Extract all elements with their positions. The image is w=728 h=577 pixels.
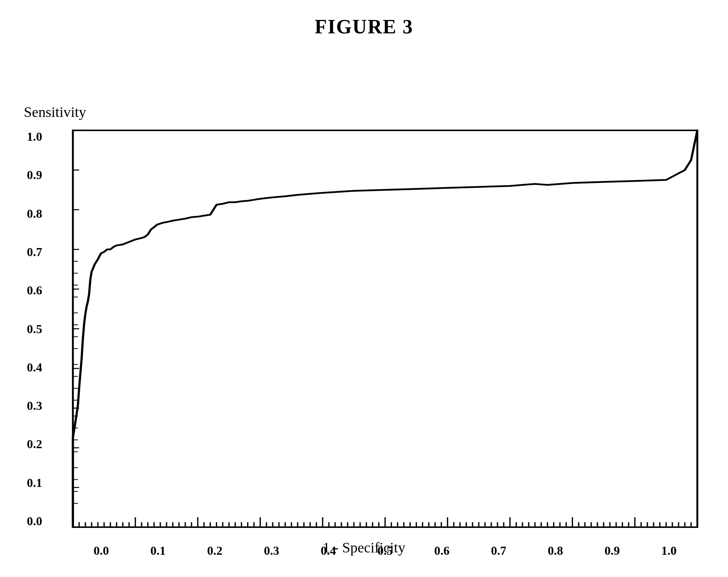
chart-inner: 0.0 0.1 0.2 0.3 0.4 0.5 0.6 0.7 0.8 0.9 … xyxy=(73,130,697,527)
y-label-4: 0.4 xyxy=(27,361,42,373)
y-label-2: 0.2 xyxy=(27,438,42,450)
page: FIGURE 3 Sensitivity 0.0 0.1 0.2 0.3 0.4… xyxy=(0,0,728,577)
figure-title: FIGURE 3 xyxy=(0,0,728,38)
y-label-10: 1.0 xyxy=(27,130,42,143)
y-label-8: 0.8 xyxy=(27,207,42,220)
x-axis-label: 1 - Specificity xyxy=(0,539,728,556)
y-label-3: 0.3 xyxy=(27,399,42,412)
y-label-5: 0.5 xyxy=(27,323,42,335)
chart-area: 0.0 0.1 0.2 0.3 0.4 0.5 0.6 0.7 0.8 0.9 … xyxy=(73,130,697,527)
y-label-0: 0.0 xyxy=(27,515,42,527)
y-axis-label: Sensitivity xyxy=(24,104,86,120)
y-label-7: 0.7 xyxy=(27,246,42,258)
y-label-6: 0.6 xyxy=(27,284,42,296)
y-axis-labels: 0.0 0.1 0.2 0.3 0.4 0.5 0.6 0.7 0.8 0.9 … xyxy=(27,130,42,527)
y-label-1: 0.1 xyxy=(27,477,42,489)
y-label-9: 0.9 xyxy=(27,169,42,181)
roc-curve-chart xyxy=(73,130,697,527)
